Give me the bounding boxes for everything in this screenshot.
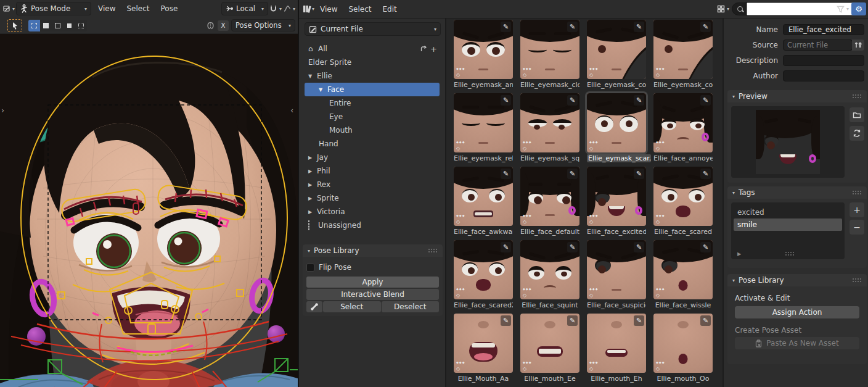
- disclosure-open-icon[interactable]: ▼: [308, 73, 317, 79]
- asset-card-ellie-face-wissle[interactable]: ✎ ◆◆◆ ◇ Ellie_face_wissle: [653, 240, 713, 314]
- asset-card-ellie-face-excited[interactable]: ✎ ◆◆◆ ◇ Ellie_face_excited: [587, 167, 646, 240]
- asset-thumbnail[interactable]: ✎ ◆◆◆ ◇: [454, 20, 513, 79]
- panel-collapse-icon[interactable]: ▾: [732, 94, 735, 99]
- panel-grip-icon[interactable]: [853, 94, 862, 99]
- disclosure-closed-icon[interactable]: ▶: [308, 196, 317, 201]
- asset-thumbnail[interactable]: ✎ ◆◆◆ ◇: [587, 240, 646, 299]
- asset-card-ellie-mouth-aa[interactable]: ✎ ◆◆◆ ◇ Ellie_Mouth_Aa: [454, 314, 513, 387]
- mirror-x-toggle[interactable]: X: [218, 20, 229, 31]
- asset-library-selector[interactable]: Current File ▾: [305, 22, 441, 36]
- description-field[interactable]: [783, 55, 864, 66]
- select-mode-intersect[interactable]: [75, 20, 87, 31]
- active-tool-select-button[interactable]: [7, 19, 22, 32]
- asset-thumbnail[interactable]: ✎ ◆◆◆ ◇: [454, 167, 513, 226]
- panel-collapse-icon[interactable]: ▾: [308, 248, 310, 254]
- tags-expand-icon[interactable]: ▶: [737, 251, 741, 257]
- catalog-item-eye[interactable]: Eye: [305, 110, 440, 123]
- description-input[interactable]: [787, 56, 860, 65]
- asset-card-ellie-face-awkward[interactable]: ✎ ◆◆◆ ◇ Ellie_face_awkward: [454, 167, 513, 240]
- panel-grip-icon[interactable]: [853, 278, 862, 283]
- interactive-blend-button[interactable]: Interactive Blend: [306, 289, 439, 300]
- asset-card-ellie-eyemask-an-[interactable]: ✎ ◆◆◆ ◇ Ellie_eyemask_an...: [454, 20, 513, 93]
- author-input[interactable]: [787, 71, 860, 81]
- tag-item-smile[interactable]: smile: [734, 218, 842, 231]
- mode-selector[interactable]: Pose Mode ▾: [16, 2, 91, 15]
- disclosure-closed-icon[interactable]: ▶: [308, 155, 317, 160]
- catalog-item-mouth[interactable]: Mouth: [305, 123, 440, 137]
- pose-options-dropdown[interactable]: Pose Options ▾: [231, 19, 295, 31]
- asset-thumbnail[interactable]: ✎ ◆◆◆ ◇: [520, 20, 579, 79]
- catalog-item-jay[interactable]: ▶Jay: [305, 151, 440, 164]
- asset-card-ellie-face-scared[interactable]: ✎ ◆◆◆ ◇ Ellie_face_scared: [653, 167, 713, 240]
- add-tag-button[interactable]: +: [850, 202, 864, 217]
- asset-thumbnail[interactable]: ✎ ◆◆◆ ◇: [520, 314, 579, 373]
- source-tools-button[interactable]: [852, 40, 864, 51]
- select-mode-subtract[interactable]: [52, 20, 63, 31]
- tags-panel-header[interactable]: ▾ Tags: [727, 186, 867, 199]
- asset-thumbnail[interactable]: ✎ ◆◆◆ ◇: [653, 20, 713, 79]
- remove-tag-button[interactable]: −: [850, 220, 864, 235]
- sidebar-toggle-button[interactable]: ⚙: [851, 2, 866, 15]
- panel-grip-icon[interactable]: [428, 249, 438, 253]
- catalog-item-hand[interactable]: Hand: [305, 137, 440, 151]
- assign-action-button[interactable]: Assign Action: [735, 306, 859, 318]
- asset-thumbnail[interactable]: ✎ ◆◆◆ ◇: [520, 240, 579, 299]
- tag-item-excited[interactable]: excited: [734, 206, 842, 218]
- paste-as-new-asset-button[interactable]: Paste As New Asset: [735, 337, 859, 349]
- menu-select[interactable]: Select: [121, 1, 155, 17]
- catalog-item-phil[interactable]: ▶Phil: [305, 164, 440, 178]
- asset-card-ellie-face-suspicio-[interactable]: ✎ ◆◆◆ ◇ Ellie_face_suspicio...: [587, 240, 646, 314]
- deselect-button[interactable]: Deselect: [382, 301, 440, 312]
- filter-button[interactable]: ▾: [837, 3, 849, 15]
- asset-card-ellie-face-annoyed[interactable]: ✎ ◆◆◆ ◇ Ellie_face_annoyed: [653, 93, 713, 167]
- catalog-item-entire[interactable]: Entire: [305, 96, 440, 110]
- author-field[interactable]: [783, 70, 864, 81]
- editor-type-button[interactable]: ▾: [2, 2, 15, 15]
- select-mode-invert[interactable]: [63, 20, 75, 31]
- disclosure-closed-icon[interactable]: ▶: [308, 169, 317, 174]
- search-box[interactable]: [732, 2, 834, 15]
- menu-pose[interactable]: Pose: [155, 1, 184, 17]
- asset-card-ellie-eymask-scar-[interactable]: ✎ ◆◆◆ ◇ Ellie_eymask_scar...: [587, 93, 646, 167]
- open-preview-button[interactable]: [850, 107, 864, 122]
- tags-grip-icon[interactable]: [785, 252, 795, 256]
- menu-select[interactable]: Select: [343, 1, 377, 17]
- asset-thumbnail[interactable]: ✎ ◆◆◆ ◇: [454, 314, 513, 373]
- name-input[interactable]: [787, 25, 860, 35]
- catalog-item-face[interactable]: ▼Face: [305, 83, 440, 96]
- asset-thumbnail[interactable]: ✎ ◆◆◆ ◇: [587, 93, 646, 152]
- bone-select-icon-button[interactable]: [306, 301, 322, 312]
- snap-toggle-button[interactable]: ▾: [269, 2, 282, 15]
- catalog-item-sprite[interactable]: ▶Sprite: [305, 191, 440, 205]
- menu-edit[interactable]: Edit: [377, 1, 403, 17]
- asset-thumbnail[interactable]: ✎ ◆◆◆ ◇: [653, 314, 713, 373]
- asset-thumbnail[interactable]: ✎ ◆◆◆ ◇: [520, 93, 579, 152]
- refresh-preview-button[interactable]: [850, 126, 864, 141]
- asset-thumbnail[interactable]: ✎ ◆◆◆ ◇: [454, 93, 513, 152]
- menu-view[interactable]: View: [92, 1, 121, 17]
- catalog-item-victoria[interactable]: ▶Victoria: [305, 205, 440, 218]
- name-field[interactable]: [783, 24, 864, 35]
- catalog-item-unassigned[interactable]: Unassigned: [305, 218, 440, 232]
- catalog-item-ellie[interactable]: ▼Ellie: [305, 69, 440, 83]
- select-mode-extend[interactable]: [40, 20, 52, 31]
- asset-card-ellie-mouth-oo[interactable]: ✎ ◆◆◆ ◇ Ellie_mouth_Oo: [653, 314, 713, 387]
- transform-orientation-selector[interactable]: Local ▾: [221, 2, 268, 15]
- select-button[interactable]: Select: [323, 301, 381, 312]
- asset-card-ellie-eyemask-co-[interactable]: ✎ ◆◆◆ ◇ Ellie_eyemask_co...: [587, 20, 646, 93]
- asset-thumbnail[interactable]: ✎ ◆◆◆ ◇: [653, 93, 713, 152]
- editor-type-button[interactable]: ▾: [302, 3, 314, 15]
- asset-thumbnail[interactable]: ✎ ◆◆◆ ◇: [653, 167, 713, 226]
- asset-thumbnail[interactable]: ✎ ◆◆◆ ◇: [587, 20, 646, 79]
- asset-thumbnail[interactable]: ✎ ◆◆◆ ◇: [587, 167, 646, 226]
- asset-card-ellie-mouth-ee[interactable]: ✎ ◆◆◆ ◇ Ellie_mouth_Ee: [520, 314, 579, 387]
- asset-card-ellie-face-squint[interactable]: ✎ ◆◆◆ ◇ Ellie_face_squint: [520, 240, 579, 314]
- disclosure-open-icon[interactable]: ▼: [319, 87, 327, 93]
- apply-button[interactable]: Apply: [306, 277, 439, 288]
- asset-card-ellie-eyemask-rel-[interactable]: ✎ ◆◆◆ ◇ Ellie_eyemask_rel...: [454, 93, 513, 167]
- disclosure-closed-icon[interactable]: ▶: [308, 182, 317, 188]
- asset-thumbnail[interactable]: ✎ ◆◆◆ ◇: [520, 167, 579, 226]
- viewport-canvas[interactable]: › ‹: [0, 34, 298, 387]
- pose-library-panel-header[interactable]: ▾ Pose Library: [727, 274, 867, 286]
- panel-collapse-icon[interactable]: ▾: [732, 278, 735, 283]
